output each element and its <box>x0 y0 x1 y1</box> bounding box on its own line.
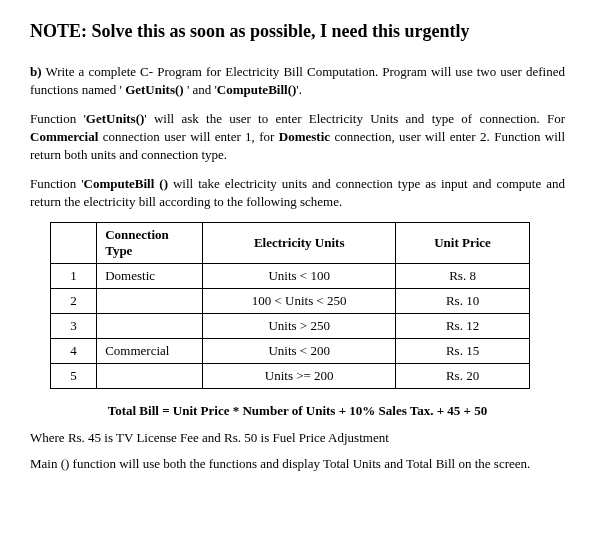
intro-text-end: '. <box>296 82 302 97</box>
p2-fn: ComputeBill () <box>84 176 168 191</box>
fn-getunits: GetUnits() <box>125 82 184 97</box>
p1-domestic: Domestic <box>279 129 330 144</box>
cell-num: 1 <box>51 264 97 289</box>
p1-b: ' will ask the user to enter Electricity… <box>144 111 565 126</box>
cell-units: Units > 250 <box>203 314 396 339</box>
cell-num: 4 <box>51 339 97 364</box>
th-blank <box>51 223 97 264</box>
table-row: 5 Units >= 200 Rs. 20 <box>51 364 530 389</box>
cell-conn: Domestic <box>97 264 203 289</box>
table-row: 1 Domestic Units < 100 Rs. 8 <box>51 264 530 289</box>
p1-fn: GetUnits() <box>86 111 145 126</box>
footer-main: Main () function will use both the funct… <box>30 455 565 473</box>
cell-units: Units >= 200 <box>203 364 396 389</box>
cell-units: Units < 200 <box>203 339 396 364</box>
p2-a: Function ' <box>30 176 84 191</box>
p1-commercial: Commercial <box>30 129 98 144</box>
cell-price: Rs. 8 <box>396 264 530 289</box>
paragraph-computebill: Function 'ComputeBill () will take elect… <box>30 175 565 210</box>
question-intro: b) Write a complete C- Program for Elect… <box>30 63 565 98</box>
paragraph-getunits: Function 'GetUnits()' will ask the user … <box>30 110 565 163</box>
th-price: Unit Price <box>396 223 530 264</box>
formula-line: Total Bill = Unit Price * Number of Unit… <box>30 403 565 419</box>
question-label: b) <box>30 64 42 79</box>
table-row: 2 100 < Units < 250 Rs. 10 <box>51 289 530 314</box>
th-units: Electricity Units <box>203 223 396 264</box>
fn-computebill: ComputeBill() <box>217 82 296 97</box>
p1-c: connection user will enter 1, for <box>98 129 278 144</box>
footer-explain: Where Rs. 45 is TV License Fee and Rs. 5… <box>30 429 565 447</box>
table-row: 3 Units > 250 Rs. 12 <box>51 314 530 339</box>
cell-price: Rs. 20 <box>396 364 530 389</box>
cell-price: Rs. 15 <box>396 339 530 364</box>
cell-conn: Commercial <box>97 339 203 364</box>
note-heading: NOTE: Solve this as soon as possible, I … <box>30 20 565 43</box>
cell-conn <box>97 289 203 314</box>
pricing-table: Connection Type Electricity Units Unit P… <box>50 222 530 389</box>
intro-text-mid: ' and ' <box>184 82 217 97</box>
cell-num: 5 <box>51 364 97 389</box>
th-connection: Connection Type <box>97 223 203 264</box>
cell-conn <box>97 314 203 339</box>
table-row: 4 Commercial Units < 200 Rs. 15 <box>51 339 530 364</box>
cell-price: Rs. 12 <box>396 314 530 339</box>
table-header-row: Connection Type Electricity Units Unit P… <box>51 223 530 264</box>
cell-num: 3 <box>51 314 97 339</box>
cell-price: Rs. 10 <box>396 289 530 314</box>
cell-units: 100 < Units < 250 <box>203 289 396 314</box>
cell-num: 2 <box>51 289 97 314</box>
cell-units: Units < 100 <box>203 264 396 289</box>
cell-conn <box>97 364 203 389</box>
p1-a: Function ' <box>30 111 86 126</box>
